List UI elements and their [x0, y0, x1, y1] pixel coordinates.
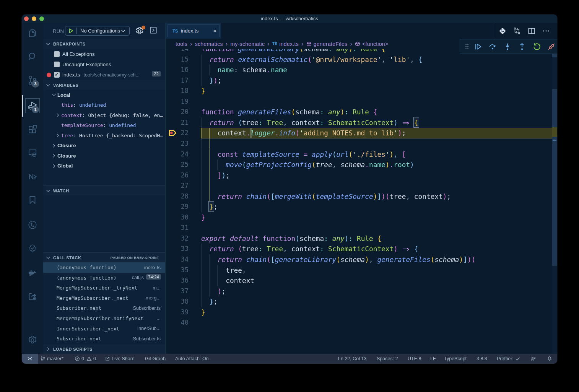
- activity-todo-tree[interactable]: [22, 239, 43, 258]
- breadcrumb-item[interactable]: generateFiles: [306, 41, 348, 47]
- code-line-37[interactable]: 37 );: [166, 286, 557, 297]
- debug-disconnect-button[interactable]: [544, 39, 557, 54]
- call-stack-frame[interactable]: Subscriber.nextSubscriber.ts: [43, 333, 165, 344]
- code-line-24[interactable]: 24 const templateSource = apply(url('./f…: [166, 149, 557, 160]
- call-stack-frame[interactable]: MergeMapSubscriber.notifyNext...: [43, 313, 165, 324]
- code-line-36[interactable]: 36 context: [166, 275, 557, 286]
- debug-restart-button[interactable]: [530, 39, 544, 54]
- code-line-15[interactable]: 15 return externalSchematic('@nrwl/works…: [166, 54, 557, 65]
- breakpoints-section-header[interactable]: BREAKPOINTS: [43, 39, 165, 49]
- launch-configuration-dropdown[interactable]: No Configurations: [65, 26, 130, 36]
- breadcrumb-item[interactable]: TSindex.ts: [272, 41, 299, 47]
- code-line-39[interactable]: 39}: [166, 307, 557, 318]
- debug-step-over-button[interactable]: [485, 39, 500, 54]
- code-line-25[interactable]: 25 move(getProjectConfig(tree, schema.na…: [166, 159, 557, 170]
- configure-gear-button[interactable]: [135, 26, 144, 35]
- code-line-33[interactable]: 33 return (tree: Tree, context: Schemati…: [166, 244, 557, 254]
- statusbar-live-share[interactable]: Live Share: [105, 354, 135, 364]
- call-stack-section-header[interactable]: CALL STACK PAUSED ON BREAKPOINT: [43, 252, 165, 262]
- activity-extensions[interactable]: [22, 120, 43, 138]
- code-line-38[interactable]: 38 };: [166, 296, 557, 307]
- tab-index-ts[interactable]: TS index.ts ×: [166, 23, 221, 39]
- variable-scope-row[interactable]: Closure: [43, 141, 165, 151]
- loaded-scripts-section-header[interactable]: LOADED SCRIPTS: [43, 344, 165, 354]
- variable-scope-row[interactable]: Closure: [43, 151, 165, 161]
- breadcrumb-item[interactable]: my-schematic: [230, 41, 265, 47]
- breakpoint-checkbox[interactable]: [54, 62, 60, 67]
- debug-console-button[interactable]: [149, 26, 158, 34]
- activity-remote-explorer[interactable]: [22, 144, 43, 162]
- statusbar-language-mode[interactable]: TypeScript: [444, 354, 467, 364]
- code-line-19[interactable]: 19: [166, 96, 557, 107]
- code-line-18[interactable]: 18}: [166, 86, 557, 96]
- activity-source-control[interactable]: 3: [22, 71, 43, 89]
- code-line-27[interactable]: 27: [166, 181, 557, 191]
- statusbar-git-graph[interactable]: Git Graph: [145, 354, 166, 364]
- call-stack-frame[interactable]: InnerSubscriber._nextInnerSub...: [43, 324, 165, 334]
- breadcrumb-item[interactable]: schematics: [195, 41, 223, 47]
- breakpoint-row[interactable]: Uncaught Exceptions: [43, 59, 165, 70]
- code-line-21[interactable]: 21 return (tree: Tree, context: Schemati…: [166, 117, 557, 128]
- variable-row[interactable]: templateSource: undefined: [43, 120, 165, 131]
- statusbar-prettier[interactable]: Prettier:: [497, 354, 520, 364]
- activity-bookmarks[interactable]: [22, 191, 43, 209]
- editor-scrollbar[interactable]: [552, 39, 557, 354]
- compare-changes-icon[interactable]: [513, 27, 521, 35]
- breakpoint-row[interactable]: All Exceptions: [43, 49, 165, 59]
- code-line-22[interactable]: 22 context.logger.info('adding NOTES.md …: [166, 128, 557, 138]
- breadcrumb-item[interactable]: <function>: [355, 41, 388, 47]
- variable-scope-row[interactable]: Local: [43, 90, 165, 100]
- activity-explorer[interactable]: [22, 24, 43, 42]
- statusbar-encoding[interactable]: UTF-8: [408, 354, 421, 364]
- activity-search[interactable]: [22, 47, 43, 66]
- split-editor-icon[interactable]: [527, 27, 536, 35]
- activity-git-graph[interactable]: [22, 216, 43, 234]
- breakpoint-checkbox[interactable]: [54, 51, 60, 57]
- code-line-31[interactable]: 31: [166, 223, 557, 233]
- statusbar-ts-version[interactable]: 3.8.3: [477, 354, 487, 364]
- variables-section-header[interactable]: VARIABLES: [43, 80, 165, 90]
- call-stack-frame[interactable]: Subscriber.nextSubscriber.ts: [43, 303, 165, 314]
- open-changes-icon[interactable]: [498, 27, 507, 35]
- variable-scope-row[interactable]: Global: [43, 161, 165, 171]
- start-debugging-icon[interactable]: [68, 28, 74, 34]
- watch-section-header[interactable]: WATCH: [43, 185, 165, 195]
- statusbar-notifications[interactable]: [547, 354, 552, 364]
- breakpoint-row[interactable]: index.tstools/schematics/my-sch...22: [43, 70, 165, 80]
- activity-nx-console[interactable]: [22, 168, 43, 186]
- variable-row[interactable]: tree: HostTree {_backend: ScopedH…: [43, 130, 165, 141]
- call-stack-frame[interactable]: MergeMapSubscriber._tryNextm...: [43, 283, 165, 293]
- code-line-28[interactable]: 28 return chain([mergeWith(templateSourc…: [166, 191, 557, 202]
- call-stack-frame[interactable]: MergeMapSubscriber._nextmerg...: [43, 293, 165, 303]
- close-tab-icon[interactable]: ×: [213, 28, 216, 34]
- call-stack-frame[interactable]: (anonymous function)call.js74:24: [43, 273, 165, 283]
- code-line-26[interactable]: 26 ]);: [166, 170, 557, 181]
- statusbar-eol[interactable]: LF: [430, 354, 436, 364]
- variable-row[interactable]: context: Object {debug: false, en…: [43, 110, 165, 120]
- debug-step-out-button[interactable]: [515, 39, 529, 54]
- code-line-23[interactable]: 23: [166, 138, 557, 149]
- statusbar-feedback[interactable]: [530, 354, 536, 364]
- scrollbar-thumb[interactable]: [552, 89, 557, 266]
- activity-manage[interactable]: [22, 330, 43, 349]
- activity-run-and-debug[interactable]: 1: [22, 97, 43, 115]
- breakpoint-checkbox[interactable]: [54, 72, 60, 78]
- statusbar-warnings[interactable]: 0: [86, 354, 96, 364]
- code-line-16[interactable]: 16 name: schema.name: [166, 65, 557, 75]
- code-line-29[interactable]: 29 };: [166, 202, 557, 212]
- remote-indicator[interactable]: [22, 354, 38, 364]
- code-line-32[interactable]: 32export default function(schema: any): …: [166, 233, 557, 244]
- titlebar[interactable]: index.ts — wrkschematics: [22, 15, 557, 23]
- debug-step-into-button[interactable]: [500, 39, 515, 54]
- code-line-30[interactable]: 30}: [166, 212, 557, 223]
- variable-row[interactable]: this: undefined: [43, 100, 165, 111]
- code-line-17[interactable]: 17 });: [166, 75, 557, 86]
- statusbar-indentation[interactable]: Spaces: 2: [377, 354, 398, 364]
- call-stack-frame[interactable]: (anonymous function)index.ts: [43, 262, 165, 273]
- code-line-20[interactable]: 20function generateFiles(schema: any): R…: [166, 107, 557, 117]
- statusbar-cursor-position[interactable]: Ln 22, Col 13: [338, 354, 366, 364]
- statusbar-auto-attach[interactable]: Auto Attach: On: [175, 354, 209, 364]
- more-actions-icon[interactable]: [542, 27, 550, 35]
- code-line-35[interactable]: 35 tree,: [166, 265, 557, 276]
- statusbar-git-branch[interactable]: master*: [40, 354, 63, 364]
